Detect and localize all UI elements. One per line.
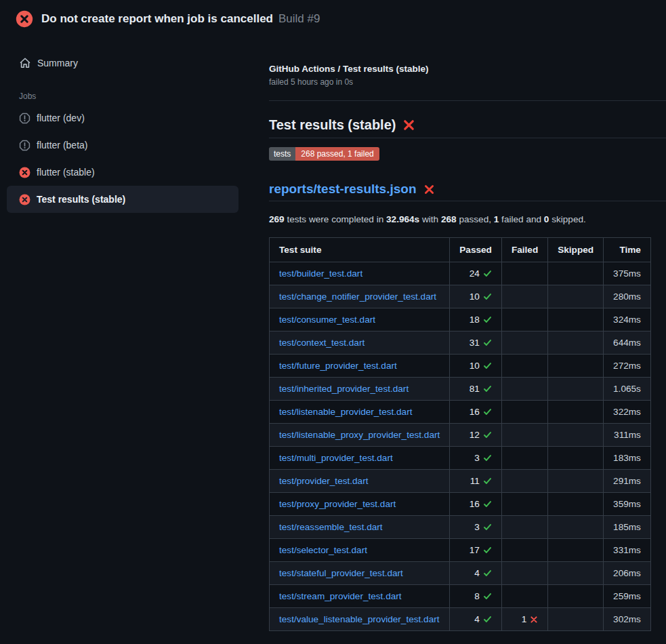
passed-value: 12 [470, 430, 480, 440]
cross-mark-icon [402, 119, 415, 132]
time-cell: 280ms [604, 285, 651, 308]
table-row: test/context_test.dart 31 644ms [270, 331, 651, 355]
skipped-cell [548, 608, 604, 631]
badge-label: tests [269, 147, 295, 161]
time-cell: 185ms [604, 516, 651, 539]
passed-cell: 18 [450, 308, 502, 331]
test-suite-link[interactable]: test/listenable_provider_test.dart [279, 407, 412, 417]
check-icon [483, 269, 492, 278]
cancelled-status-icon [19, 113, 30, 124]
failed-cell [501, 539, 547, 562]
table-row: test/inherited_provider_test.dart 81 1.0… [270, 378, 651, 401]
passed-value: 81 [470, 384, 480, 394]
column-header-passed: Passed [450, 238, 502, 262]
cross-mark-icon [423, 184, 435, 195]
section-heading-row: Test results (stable) [269, 117, 666, 138]
passed-cell: 24 [450, 262, 502, 285]
sidebar-item-flutter-stable[interactable]: flutter (stable) [7, 159, 238, 186]
check-icon [483, 407, 492, 416]
time-cell: 1.065s [604, 378, 651, 401]
test-suite-link[interactable]: test/future_provider_test.dart [279, 361, 397, 371]
failed-status-icon [16, 10, 33, 28]
test-suite-link[interactable]: test/multi_provider_test.dart [279, 453, 393, 463]
sidebar-item-flutter-dev[interactable]: flutter (dev) [7, 104, 238, 132]
test-suite-link[interactable]: test/proxy_provider_test.dart [279, 499, 396, 509]
test-suite-link[interactable]: test/change_notifier_provider_test.dart [279, 291, 436, 302]
table-row: test/builder_test.dart 24 375ms [270, 262, 651, 285]
sidebar-item-flutter-beta[interactable]: flutter (beta) [7, 132, 238, 159]
sidebar-item-summary[interactable]: Summary [7, 49, 238, 77]
time-cell: 375ms [604, 262, 651, 285]
check-icon [483, 315, 492, 324]
failed-status-icon [19, 194, 30, 205]
failed-cell [501, 585, 547, 608]
failed-cell [501, 447, 547, 470]
passed-cell: 3 [450, 447, 502, 470]
test-suite-link[interactable]: test/stateful_provider_test.dart [279, 568, 403, 578]
test-suite-link[interactable]: test/context_test.dart [279, 338, 365, 348]
passed-cell: 16 [450, 401, 502, 424]
test-suite-link[interactable]: test/consumer_test.dart [279, 315, 375, 325]
check-icon [483, 523, 492, 531]
table-row: test/reassemble_test.dart 3 185ms [270, 516, 651, 539]
failed-status-icon [19, 167, 30, 178]
time-cell: 644ms [604, 331, 651, 355]
results-table-body: test/builder_test.dart 24 375ms test/cha… [270, 262, 651, 631]
time-cell: 206ms [604, 562, 651, 585]
table-row: test/value_listenable_provider_test.dart… [270, 608, 651, 631]
sidebar-item-label: Test results (stable) [37, 194, 125, 205]
table-row: test/proxy_provider_test.dart 16 359ms [270, 493, 651, 516]
failed-cell [501, 401, 547, 424]
passed-cell: 8 [450, 585, 502, 608]
sidebar-item-label: flutter (beta) [37, 140, 87, 150]
passed-cell: 11 [450, 470, 502, 493]
time-cell: 259ms [604, 585, 651, 608]
passed-cell: 17 [450, 539, 502, 562]
total-time: 32.964s [386, 214, 419, 224]
test-suite-link[interactable]: test/stream_provider_test.dart [279, 591, 402, 601]
passed-cell: 3 [450, 516, 502, 539]
test-suite-link[interactable]: test/value_listenable_provider_test.dart [279, 614, 440, 624]
skipped-cell [548, 285, 604, 308]
sidebar-item-test-results-stable[interactable]: Test results (stable) [7, 186, 238, 213]
table-header-row: Test suite Passed Failed Skipped Time [270, 238, 651, 262]
passed-cell: 81 [450, 378, 502, 401]
run-meta: failed 5 hours ago in 0s [269, 77, 666, 87]
divider [269, 100, 666, 101]
badge-value: 268 passed, 1 failed [295, 147, 379, 161]
main-panel: GitHub Actions / Test results (stable) f… [269, 38, 666, 631]
passed-cell: 10 [450, 355, 502, 378]
passed-value: 17 [470, 545, 480, 555]
skipped-cell [548, 539, 604, 562]
skipped-cell [548, 378, 604, 401]
time-cell: 272ms [604, 355, 651, 378]
section-title: Test results (stable) [269, 117, 396, 133]
test-suite-link[interactable]: test/provider_test.dart [279, 476, 368, 486]
test-suite-link[interactable]: test/listenable_proxy_provider_test.dart [279, 430, 440, 440]
failed-cell [501, 493, 547, 516]
table-row: test/listenable_provider_test.dart 16 32… [270, 401, 651, 424]
check-icon [483, 569, 492, 578]
passed-count: 268 [441, 214, 457, 224]
table-row: test/listenable_proxy_provider_test.dart… [270, 424, 651, 447]
report-file-link[interactable]: reports/test-results.json [269, 182, 417, 197]
passed-cell: 31 [450, 331, 502, 355]
table-row: test/selector_test.dart 17 331ms [270, 539, 651, 562]
check-icon [483, 430, 492, 439]
time-cell: 322ms [604, 401, 651, 424]
column-header-test-suite: Test suite [270, 238, 450, 262]
page-title: Do not create report when job is cancell… [41, 12, 273, 26]
passed-value: 16 [470, 499, 480, 509]
test-suite-link[interactable]: test/builder_test.dart [279, 268, 362, 279]
failed-cell [501, 378, 547, 401]
skipped-cell [548, 585, 604, 608]
passed-value: 10 [470, 291, 480, 302]
test-suite-link[interactable]: test/inherited_provider_test.dart [279, 384, 409, 394]
check-icon [483, 500, 492, 508]
column-header-failed: Failed [501, 238, 547, 262]
passed-cell: 4 [450, 608, 502, 631]
test-suite-link[interactable]: test/selector_test.dart [279, 545, 367, 555]
table-row: test/multi_provider_test.dart 3 183ms [270, 447, 651, 470]
failed-cell [501, 262, 547, 285]
test-suite-link[interactable]: test/reassemble_test.dart [279, 522, 383, 532]
